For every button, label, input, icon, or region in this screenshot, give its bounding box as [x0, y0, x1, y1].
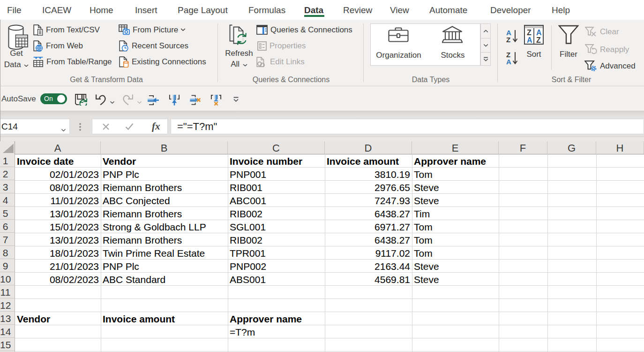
svg-text:Z: Z: [527, 29, 532, 37]
svg-text:Z: Z: [506, 36, 510, 43]
svg-text:A: A: [527, 36, 532, 44]
svg-text:Z: Z: [536, 36, 541, 44]
svg-text:A: A: [536, 29, 542, 37]
svg-text:A: A: [506, 58, 511, 65]
